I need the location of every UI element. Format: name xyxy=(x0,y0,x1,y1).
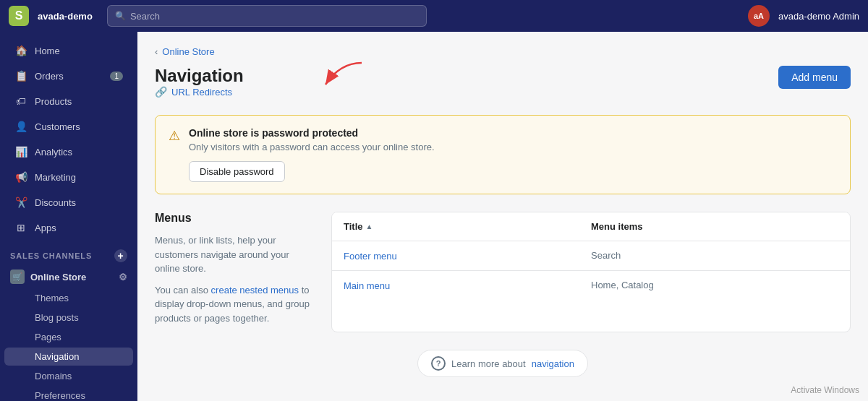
footer-menu-link[interactable]: Footer menu xyxy=(344,251,397,262)
table-row: Footer menu Search xyxy=(332,241,850,271)
username-label: avada-demo Admin xyxy=(778,11,859,22)
menus-desc-2: You can also create nested menus to disp… xyxy=(155,283,314,326)
search-icon: 🔍 xyxy=(115,11,126,21)
learn-more-text: Learn more about xyxy=(451,358,526,369)
sidebar-item-online-store[interactable]: 🛒 Online Store ⚙ xyxy=(0,265,137,288)
online-store-icon: 🛒 xyxy=(10,270,25,284)
annotation-arrow xyxy=(311,59,369,95)
sales-channels-section: SALES CHANNELS + xyxy=(0,241,137,265)
sidebar-label-products: Products xyxy=(35,96,72,107)
url-redirects-link[interactable]: 🔗 URL Redirects xyxy=(155,86,244,98)
sort-icon: ▲ xyxy=(366,223,373,230)
main-content: ‹ Online Store Navigation 🔗 URL xyxy=(137,32,868,401)
page-title-wrapper: Navigation 🔗 URL Redirects xyxy=(155,66,244,112)
discounts-icon: ✂️ xyxy=(14,196,27,209)
col-items-header: Menu items xyxy=(591,221,838,232)
sidebar-sub-pages[interactable]: Pages xyxy=(4,328,133,346)
sidebar-label-analytics: Analytics xyxy=(35,147,72,158)
add-menu-button[interactable]: Add menu xyxy=(778,66,851,89)
disable-password-button[interactable]: Disable password xyxy=(189,161,285,182)
sidebar-label-discounts: Discounts xyxy=(35,197,76,208)
sidebar-item-analytics[interactable]: 📊 Analytics xyxy=(4,139,133,164)
marketing-icon: 📢 xyxy=(14,171,27,184)
sidebar-label-customers: Customers xyxy=(35,121,80,132)
gear-icon[interactable]: ⚙ xyxy=(119,272,127,283)
password-banner: ⚠ Online store is password protected Onl… xyxy=(155,115,851,194)
breadcrumb-link[interactable]: Online Store xyxy=(162,46,214,57)
store-name: avada-demo xyxy=(38,11,93,22)
sidebar-sub-blog-posts[interactable]: Blog posts xyxy=(4,309,133,327)
sidebar-item-marketing[interactable]: 📢 Marketing xyxy=(4,165,133,189)
footer-menu-items: Search xyxy=(591,250,838,262)
nested-menus-link[interactable]: create nested menus xyxy=(211,285,299,296)
password-banner-title: Online store is password protected xyxy=(189,127,435,139)
orders-icon: 📋 xyxy=(14,69,27,82)
avatar[interactable]: aA xyxy=(748,5,770,27)
sidebar-label-orders: Orders xyxy=(35,71,64,82)
table-row: Main menu Home, Catalog xyxy=(332,271,850,300)
sidebar-item-discounts[interactable]: ✂️ Discounts xyxy=(4,190,133,215)
shopify-logo: S xyxy=(9,6,29,26)
menus-table: Title ▲ Menu items Footer menu Search Ma… xyxy=(331,212,851,332)
main-menu-cell: Main menu xyxy=(344,280,591,291)
menus-desc-1: Menus, or link lists, help your customer… xyxy=(155,233,314,276)
search-placeholder: Search xyxy=(130,11,160,22)
warning-icon: ⚠ xyxy=(169,128,180,144)
learn-more-section: ? Learn more about navigation xyxy=(155,350,851,377)
activate-windows-text: Activate Windows xyxy=(791,385,859,395)
sidebar-item-orders[interactable]: 📋 Orders 1 xyxy=(4,64,133,88)
footer-menu-cell: Footer menu xyxy=(344,250,591,262)
orders-badge: 1 xyxy=(110,72,123,81)
breadcrumb-chevron: ‹ xyxy=(155,46,158,57)
help-icon: ? xyxy=(431,356,446,371)
password-banner-content: Online store is password protected Only … xyxy=(189,127,435,182)
page-header: Navigation 🔗 URL Redirects Add menu xyxy=(155,66,851,112)
sidebar-item-apps[interactable]: ⊞ Apps xyxy=(4,215,133,240)
sidebar: 🏠 Home 📋 Orders 1 🏷 Products 👤 Customers… xyxy=(0,32,137,401)
sidebar-sub-navigation[interactable]: Navigation xyxy=(4,348,133,366)
sidebar-item-home[interactable]: 🏠 Home xyxy=(4,38,133,63)
home-icon: 🏠 xyxy=(14,44,27,57)
table-header: Title ▲ Menu items xyxy=(332,212,850,241)
sidebar-label-marketing: Marketing xyxy=(35,172,76,183)
menus-section: Menus Menus, or link lists, help your cu… xyxy=(155,212,851,332)
sidebar-sub-preferences[interactable]: Preferences xyxy=(4,387,133,401)
page-title: Navigation xyxy=(155,66,244,86)
sidebar-label-apps: Apps xyxy=(35,223,56,233)
password-banner-text: Only visitors with a password can access… xyxy=(189,142,435,152)
products-icon: 🏷 xyxy=(14,95,27,108)
main-menu-link[interactable]: Main menu xyxy=(344,280,390,291)
sidebar-sub-themes[interactable]: Themes xyxy=(4,289,133,307)
sidebar-item-customers[interactable]: 👤 Customers xyxy=(4,114,133,139)
analytics-icon: 📊 xyxy=(14,145,27,158)
menus-description: Menus Menus, or link lists, help your cu… xyxy=(155,212,314,332)
navigation-link[interactable]: navigation xyxy=(532,358,574,369)
link-icon: 🔗 xyxy=(155,86,167,98)
add-sales-channel-button[interactable]: + xyxy=(114,249,127,262)
learn-more-pill: ? Learn more about navigation xyxy=(417,350,588,377)
col-title-header: Title ▲ xyxy=(344,221,591,232)
topbar: S avada-demo 🔍 Search aA avada-demo Admi… xyxy=(0,0,868,32)
main-menu-items: Home, Catalog xyxy=(591,280,838,291)
breadcrumb[interactable]: ‹ Online Store xyxy=(155,46,851,57)
apps-icon: ⊞ xyxy=(14,221,27,234)
sidebar-label-home: Home xyxy=(35,46,60,56)
customers-icon: 👤 xyxy=(14,120,27,133)
sidebar-sub-domains[interactable]: Domains xyxy=(4,367,133,385)
menus-title: Menus xyxy=(155,212,314,225)
search-bar[interactable]: 🔍 Search xyxy=(107,5,427,27)
sidebar-item-products[interactable]: 🏷 Products xyxy=(4,89,133,113)
